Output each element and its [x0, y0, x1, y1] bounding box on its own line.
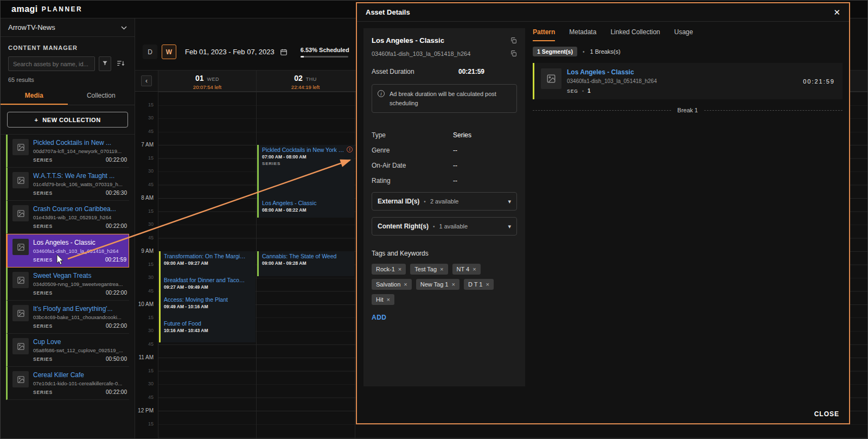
metadata-field-row: On-Air Date-- — [372, 162, 517, 169]
tab-usage[interactable]: Usage — [674, 28, 693, 41]
tag-chip-label: New Tag 1 — [420, 281, 449, 288]
remove-tag-icon[interactable]: × — [440, 266, 443, 272]
media-item-type: SERIES — [33, 224, 53, 229]
collapse-sidebar-button[interactable]: ‹ — [141, 75, 152, 86]
field-label: Type — [372, 131, 453, 139]
tab-linked-collection[interactable]: Linked Collection — [610, 28, 660, 41]
remove-tag-icon[interactable]: × — [473, 266, 476, 272]
media-item-info: Cup Love05a8f686-swt_112_cuplove_092519_… — [33, 338, 127, 362]
sort-button[interactable] — [115, 56, 127, 71]
remove-tag-icon[interactable]: × — [398, 266, 401, 272]
calendar-event[interactable]: Access: Moving the Plant09:49 AM - 10:16… — [159, 295, 256, 319]
media-list-item[interactable]: Los Angeles - Classic03460fa1-dish_103_l… — [6, 234, 129, 268]
copy-name-icon[interactable] — [510, 37, 517, 44]
remove-tag-icon[interactable]: × — [386, 296, 390, 303]
media-item-type: SERIES — [33, 157, 53, 163]
calendar-event[interactable]: Transformation: On The Margins09:00 AM -… — [159, 251, 256, 275]
time-label: 30 — [148, 221, 154, 227]
media-item-meta: SERIES00:50:00 — [33, 356, 127, 362]
schedule-progress-track — [301, 56, 348, 58]
media-item-title: Los Angeles - Classic — [33, 239, 126, 246]
segments-badge: 1 Segment(s) — [533, 47, 577, 56]
day-column-wed[interactable]: Transformation: On The Margins09:00 AM -… — [158, 92, 257, 438]
accordion-label: Content Right(s) — [378, 222, 429, 230]
event-time: 09:00 AM - 09:27 AM — [164, 260, 252, 266]
seg-number: 1 — [588, 88, 591, 94]
chevron-down-icon: ▾ — [508, 223, 511, 230]
tab-metadata[interactable]: Metadata — [569, 28, 596, 41]
remove-tag-icon[interactable]: × — [451, 281, 455, 288]
channel-selector[interactable]: ArrowTV-News — [1, 18, 135, 37]
day-column-header[interactable]: 02THU 22:44:19 left — [256, 71, 354, 91]
field-value: -- — [453, 162, 457, 169]
tag-chip: Salvation× — [372, 279, 412, 290]
add-tag-button[interactable]: ADD — [372, 314, 517, 321]
ad-break-info-box: i Ad break duration will be calculated p… — [372, 84, 517, 113]
media-list-item[interactable]: Sweet Vegan Treats034d0509-rvng_109_swee… — [6, 268, 129, 301]
tab-collection[interactable]: Collection — [68, 87, 135, 105]
media-item-info: Cereal Killer Cafe07e10dc1-kido-101-cere… — [33, 371, 127, 395]
week-view-button[interactable]: W — [162, 44, 176, 59]
copy-id-icon[interactable] — [510, 50, 517, 57]
close-icon[interactable]: ✕ — [833, 8, 840, 17]
remove-tag-icon[interactable]: × — [404, 281, 407, 288]
new-collection-button[interactable]: + NEW COLLECTION — [7, 112, 128, 128]
media-item-info: Los Angeles - Classic03460fa1-dish_103_l… — [33, 239, 126, 263]
seg-label: SEG — [567, 88, 578, 94]
calendar-event[interactable]: Future of Food10:16 AM - 10:43 AM — [159, 319, 256, 342]
tab-pattern[interactable]: Pattern — [533, 28, 555, 41]
modal-body: Los Angeles - Classic 03460fa1-dish_103_… — [357, 22, 849, 423]
remove-tag-icon[interactable]: × — [486, 281, 489, 288]
results-count: 65 results — [1, 71, 135, 86]
media-list-item[interactable]: It's Floofy and Everything'...03bc4c69-b… — [6, 301, 129, 334]
segment-card[interactable]: Los Angeles - Classic 03460fa1-dish_103_… — [533, 63, 843, 99]
day-column-thu[interactable]: Pickled Cocktails in New York City!07:00… — [257, 92, 355, 438]
day-column-header[interactable]: 01WED 20:07:54 left — [158, 71, 256, 91]
date-range[interactable]: Feb 01, 2023 - Feb 07, 2023 — [185, 48, 275, 56]
bullet-icon: • — [583, 49, 585, 55]
media-item-title: W.A.T.T.S: We Are Taught ... — [33, 172, 127, 180]
accordion-external-ids[interactable]: External ID(s)•2 available▾ — [372, 192, 517, 211]
media-list-item[interactable]: Cup Love05a8f686-swt_112_cuplove_092519_… — [6, 334, 129, 367]
calendar-event[interactable]: Pickled Cocktails in New York City!07:00… — [257, 145, 354, 198]
media-list-item[interactable]: Crash Course on Caribbea...01e43d91-wib_… — [6, 201, 129, 234]
time-label: 45 — [148, 288, 154, 294]
close-button[interactable]: CLOSE — [814, 410, 839, 418]
tab-media[interactable]: Media — [1, 87, 68, 105]
accordion-value: 2 available — [430, 198, 459, 205]
asset-accordions: External ID(s)•2 available▾Content Right… — [372, 192, 517, 236]
media-list-item[interactable]: Pickled Cocktails in New ...00dd707a-lcf… — [6, 135, 129, 168]
time-label: 45 — [148, 235, 154, 240]
field-label: Rating — [372, 177, 453, 184]
search-input[interactable] — [8, 56, 95, 71]
segment-id: 03460fa1-dish_103_la_051418_h264 — [567, 78, 657, 84]
media-item-title: Cereal Killer Cafe — [33, 371, 127, 379]
time-label: 9 AM — [141, 248, 154, 254]
day-view-button[interactable]: D — [143, 44, 157, 59]
tag-chip-label: Test Tag — [414, 266, 437, 272]
time-label: 15 — [148, 368, 154, 373]
event-title: Access: Moving the Plant — [164, 296, 252, 303]
media-item-duration: 00:22:00 — [106, 389, 127, 395]
asset-details-modal: Asset Details ✕ Los Angeles - Classic 03… — [356, 2, 850, 424]
calendar-icon[interactable] — [280, 48, 288, 56]
calendar-event[interactable]: Los Angeles - Classic08:00 AM - 08:22 AM — [257, 198, 354, 218]
media-list-item[interactable]: W.A.T.T.S: We Are Taught ...01c4fd79-bro… — [6, 168, 129, 201]
warning-icon: ! — [347, 147, 353, 152]
media-list-item[interactable]: Cereal Killer Cafe07e10dc1-kido-101-cere… — [6, 367, 129, 400]
calendar-event[interactable]: Breakfast for Dinner and Taco-Bo...09:27… — [159, 275, 256, 295]
media-item-title: Crash Course on Caribbea... — [33, 205, 127, 213]
tag-chip-label: Hit — [376, 296, 383, 303]
asset-detail-pane: PatternMetadataLinked CollectionUsage 1 … — [533, 28, 843, 113]
filter-button[interactable] — [99, 56, 111, 71]
media-item-meta: SERIES00:22:00 — [33, 389, 127, 395]
event-title: Pickled Cocktails in New York City — [262, 147, 351, 153]
thumbnail-image-icon — [12, 172, 29, 188]
accordion-content-rights[interactable]: Content Right(s)•1 available▾ — [372, 217, 517, 236]
scheduled-label: 6.53% Scheduled — [301, 47, 349, 53]
asset-metadata-fields: TypeSeriesGenre--On-Air Date--Rating-- — [372, 131, 517, 184]
calendar-event[interactable]: Cannabis: The State of Weed09:00 AM - 09… — [257, 251, 354, 276]
media-item-meta: SERIES00:22:00 — [33, 157, 127, 163]
thumbnail-image-icon — [12, 139, 29, 155]
event-time: 09:49 AM - 10:16 AM — [164, 304, 252, 309]
